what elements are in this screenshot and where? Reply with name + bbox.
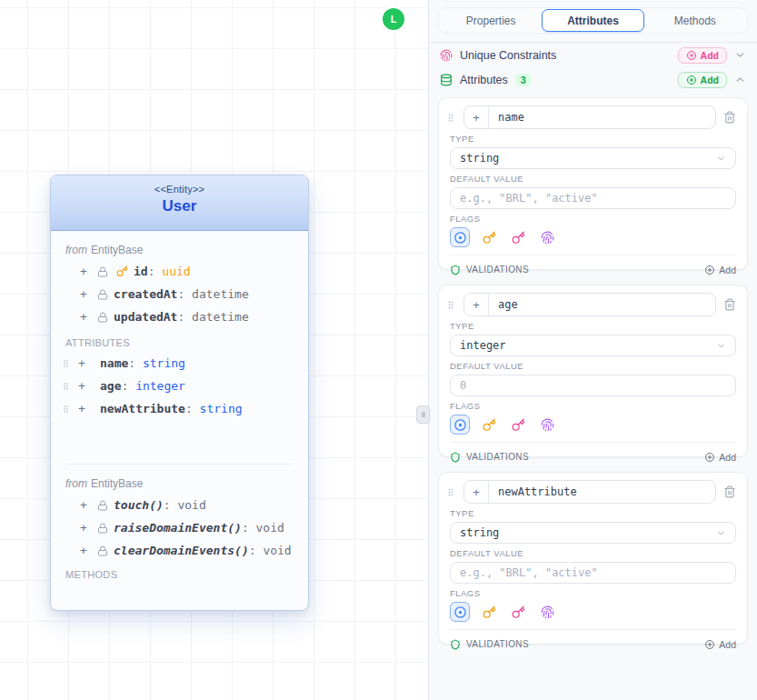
entity-divider — [65, 464, 294, 465]
type-label: TYPE — [450, 135, 736, 144]
method-name: clearDomainEvents() — [114, 544, 249, 557]
flags-label: FLAGS — [450, 215, 736, 224]
default-value-input[interactable] — [450, 375, 736, 396]
attribute-type: uuid — [162, 265, 190, 278]
entity-header[interactable]: <<Entity>> User — [51, 175, 308, 231]
attribute-name-group: + — [463, 105, 716, 129]
visibility-marker: + — [78, 265, 89, 278]
flag-nullable-button[interactable] — [450, 602, 470, 622]
attribute-name: updatedAt — [114, 310, 177, 324]
drag-handle-icon[interactable] — [61, 380, 71, 393]
drag-handle-icon[interactable] — [61, 403, 71, 415]
entity-attribute-row[interactable]: + newAttribute: string — [65, 397, 294, 420]
inherited-from-label: fromEntityBase — [65, 244, 294, 260]
entity-inherited-attribute-row[interactable]: + updatedAt: datetime — [65, 305, 294, 328]
type-select[interactable]: string — [450, 522, 736, 544]
delete-attribute-button[interactable] — [723, 298, 736, 311]
visibility-marker: + — [76, 356, 87, 370]
type-select[interactable]: string — [450, 147, 736, 169]
type-label: TYPE — [450, 322, 736, 331]
default-value-label: DEFAULT VALUE — [450, 362, 736, 371]
shield-icon — [450, 265, 461, 275]
entity-inherited-attribute-row[interactable]: + createdAt: datetime — [65, 283, 294, 305]
shield-icon — [450, 452, 461, 463]
flag-foreign-key-button[interactable] — [508, 415, 528, 435]
attribute-name-input[interactable] — [489, 106, 715, 128]
entity-inherited-method-row[interactable]: + raiseDomainEvent(): void — [65, 516, 294, 539]
tab-properties[interactable]: Properties — [440, 9, 542, 32]
entity-attribute-row[interactable]: + age: integer — [65, 375, 294, 397]
database-icon — [440, 74, 453, 86]
entity-inherited-attribute-row[interactable]: + id: uuid — [65, 260, 294, 283]
default-value-input[interactable] — [450, 562, 736, 584]
trash-icon — [723, 298, 736, 311]
key-icon — [512, 605, 525, 619]
fingerprint-icon — [541, 605, 554, 619]
default-value-label: DEFAULT VALUE — [450, 549, 736, 558]
chevron-up-icon[interactable] — [734, 74, 746, 85]
entity-inherited-method-row[interactable]: + touch(): void — [65, 494, 294, 516]
flag-foreign-key-button[interactable] — [508, 227, 528, 247]
add-validation-button[interactable]: Add — [704, 265, 736, 275]
visibility-marker: + — [78, 521, 89, 535]
flag-unique-button[interactable] — [537, 602, 557, 622]
entity-stereotype: <<Entity>> — [51, 184, 308, 195]
attributes-label: Attributes — [460, 74, 508, 86]
attribute-editor-card-newAttribute: + TYPE string DEFAULT VALUE FLAGS — [438, 472, 748, 645]
attribute-editor-card-name: + TYPE string DEFAULT VALUE FLAGS — [438, 97, 748, 270]
add-unique-constraint-button[interactable]: Add — [678, 47, 727, 64]
flag-nullable-button[interactable] — [450, 227, 470, 247]
plus-circle-icon — [686, 75, 697, 85]
lock-icon — [97, 266, 108, 277]
method-return-type: void — [263, 544, 291, 557]
visibility-toggle-button[interactable]: + — [464, 106, 489, 128]
add-validation-button[interactable]: Add — [704, 639, 736, 650]
attribute-name: id — [134, 265, 148, 278]
attribute-name: age — [100, 379, 121, 393]
entity-inherited-method-row[interactable]: + clearDomainEvents(): void — [65, 539, 294, 562]
flag-primary-key-button[interactable] — [479, 415, 499, 435]
entity-card-user[interactable]: <<Entity>> User fromEntityBase + id: uui… — [50, 175, 309, 611]
drag-handle-icon[interactable] — [445, 111, 456, 125]
flag-primary-key-button[interactable] — [479, 227, 499, 247]
visibility-toggle-button[interactable]: + — [464, 481, 489, 503]
delete-attribute-button[interactable] — [723, 111, 736, 124]
flag-nullable-button[interactable] — [450, 415, 470, 435]
attribute-editor-card-age: + TYPE integer DEFAULT VALUE FLAGS — [438, 285, 748, 457]
avatar[interactable]: L — [383, 8, 404, 30]
visibility-marker: + — [78, 287, 89, 301]
tab-methods[interactable]: Methods — [644, 9, 746, 32]
chevron-down-icon — [716, 341, 726, 351]
lock-icon — [97, 289, 108, 300]
attribute-name-group: + — [463, 480, 716, 504]
add-validation-button[interactable]: Add — [704, 452, 736, 463]
flag-primary-key-button[interactable] — [479, 602, 499, 622]
inherited-from-label: fromEntityBase — [65, 477, 294, 494]
trash-icon — [723, 485, 736, 498]
plus-circle-icon — [704, 639, 715, 650]
drag-handle-icon[interactable] — [445, 485, 456, 499]
type-select[interactable]: integer — [450, 335, 736, 356]
lock-icon — [97, 500, 108, 511]
visibility-marker: + — [76, 379, 87, 393]
attribute-name-input[interactable] — [489, 481, 715, 503]
drag-handle-icon[interactable] — [445, 298, 456, 312]
entity-attribute-row[interactable]: + name: string — [65, 352, 294, 375]
flags-label: FLAGS — [450, 402, 736, 411]
attribute-name-input[interactable] — [489, 294, 715, 315]
add-attribute-button[interactable]: Add — [678, 72, 727, 88]
default-value-input[interactable] — [450, 187, 736, 209]
panel-resize-handle[interactable] — [416, 405, 430, 424]
plus-circle-icon — [686, 50, 697, 61]
visibility-toggle-button[interactable]: + — [464, 294, 489, 315]
trash-icon — [723, 111, 736, 124]
diagram-canvas[interactable]: L <<Entity>> User fromEntityBase + id: u… — [0, 0, 428, 700]
lock-icon — [97, 523, 108, 534]
flag-unique-button[interactable] — [537, 415, 557, 435]
flag-unique-button[interactable] — [537, 227, 557, 247]
delete-attribute-button[interactable] — [723, 485, 736, 498]
flag-foreign-key-button[interactable] — [508, 602, 528, 622]
tab-attributes[interactable]: Attributes — [542, 9, 643, 32]
drag-handle-icon[interactable] — [61, 357, 71, 370]
chevron-down-icon[interactable] — [734, 49, 746, 61]
